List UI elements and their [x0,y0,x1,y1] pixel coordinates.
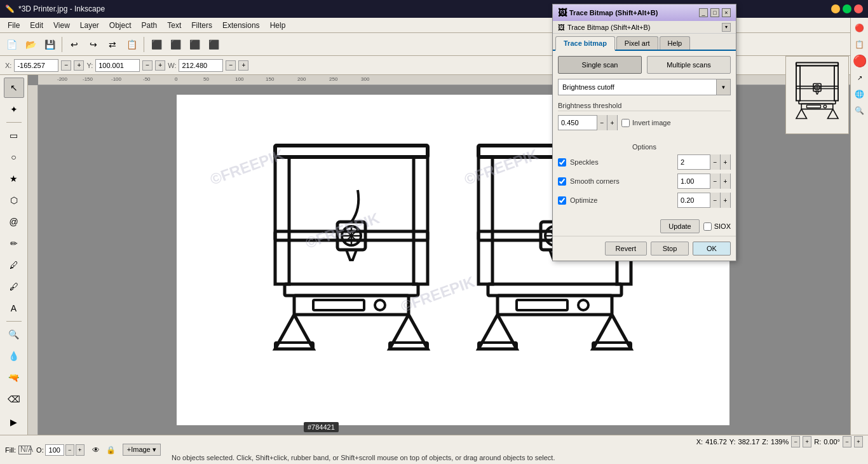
canvas-background[interactable]: ©FREEPIK ©FREEPIK ©FREEPIK ©FREEPIK [38,85,868,435]
revert-button[interactable]: Revert [605,242,647,256]
new-button[interactable]: 📄 [3,36,20,53]
fill-color-box[interactable]: N/A [18,446,31,454]
zoom-plus[interactable]: + [803,436,811,447]
undo-button[interactable]: ↩ [65,36,83,53]
node-tool[interactable]: ✦ [4,99,24,119]
star-tool[interactable]: ★ [4,168,24,189]
select-tool[interactable]: ↖ [4,78,24,98]
w-input[interactable] [179,59,223,72]
snap-icon[interactable]: 🔴 [852,20,867,36]
object-icon[interactable]: 📋 [852,37,867,52]
optimize-input[interactable] [678,196,710,204]
arrow-icon[interactable]: ↗ [852,70,867,85]
siox-checkbox[interactable] [703,222,712,231]
3d-box-tool[interactable]: ⬡ [4,190,24,210]
w-minus[interactable]: − [226,60,236,71]
menu-path[interactable]: Path [137,20,163,31]
menu-filters[interactable]: Filters [186,20,217,31]
menu-help[interactable]: Help [265,20,291,31]
brightness-input[interactable] [559,119,597,126]
multiple-scans-button[interactable]: Multiple scans [647,56,731,74]
pen-tool[interactable]: 🖊 [4,255,24,275]
align-tl[interactable]: ⬛ [147,36,165,53]
text-tool[interactable]: A [4,298,24,318]
smooth-plus[interactable]: + [720,174,730,189]
save-button[interactable]: 💾 [41,36,58,53]
speckles-minus[interactable]: − [710,154,720,170]
pencil-tool[interactable]: ✏ [4,233,24,254]
menu-file[interactable]: File [3,20,25,31]
close-button[interactable] [854,4,863,13]
eye-button[interactable]: 👁 [90,444,102,456]
paste-button[interactable]: 📋 [123,36,140,53]
single-scan-button[interactable]: Single scan [558,56,642,74]
x-minus[interactable]: − [61,60,71,71]
fill-icon[interactable]: 🔴 [852,53,867,69]
calligraphy-tool[interactable]: 🖋 [4,276,24,297]
dropper-tool[interactable]: 💧 [4,346,24,366]
align-tr[interactable]: ⬛ [186,36,203,53]
lock-button[interactable]: 🔒 [105,444,118,456]
optimize-minus[interactable]: − [710,193,720,208]
spiral-tool[interactable]: @ [4,212,24,232]
ok-button[interactable]: OK [693,242,731,256]
speckles-checkbox[interactable] [558,158,566,167]
x-plus[interactable]: + [74,60,84,71]
menu-layer[interactable]: Layer [75,20,104,31]
brightness-plus[interactable]: + [607,115,617,130]
speckles-plus[interactable]: + [720,154,730,170]
align-bl[interactable]: ⬛ [205,36,222,53]
smooth-minus[interactable]: − [710,174,720,189]
brightness-cutoff-dropdown[interactable]: Brightness cutoff ▼ [558,79,731,95]
x-input[interactable] [14,59,58,72]
menu-extensions[interactable]: Extensions [217,20,265,31]
brightness-minus[interactable]: − [597,115,607,130]
tab-pixel-art[interactable]: Pixel art [616,36,658,50]
optimize-checkbox[interactable] [558,196,566,205]
zoom-tool[interactable]: 🔍 [4,324,24,345]
speckles-input[interactable] [678,158,710,166]
y-plus[interactable]: + [155,60,165,71]
dropdown-arrow-icon[interactable]: ▼ [716,79,730,95]
open-button[interactable]: 📂 [22,36,39,53]
search-icon[interactable]: 🔍 [852,103,867,118]
opacity-input[interactable] [45,444,64,456]
smooth-corners-checkbox[interactable] [558,177,566,186]
menu-edit[interactable]: Edit [25,20,48,31]
copy-button[interactable]: ⇄ [104,36,121,53]
ellipse-tool[interactable]: ○ [4,147,24,167]
rotation-plus[interactable]: + [854,436,863,447]
y-input[interactable] [95,59,140,72]
dialog-minimize[interactable]: _ [699,8,708,17]
tab-help[interactable]: Help [660,36,691,50]
image-mode-button[interactable]: +Image ▾ [123,444,161,456]
menu-object[interactable]: Object [104,20,137,31]
smooth-corners-input[interactable] [678,177,710,185]
rect-tool[interactable]: ▭ [4,125,24,146]
dialog-subtitle-btn[interactable]: ▾ [722,23,731,32]
w-plus[interactable]: + [238,60,248,71]
globe-icon[interactable]: 🌐 [852,86,867,102]
menu-view[interactable]: View [48,20,75,31]
update-button[interactable]: Update [660,219,699,233]
opacity-plus[interactable]: + [76,444,85,456]
canvas-area[interactable]: -200 -150 -100 -50 0 50 100 150 200 250 … [28,75,868,435]
y-minus[interactable]: − [142,60,153,71]
rotation-minus[interactable]: − [843,436,851,447]
menu-text[interactable]: Text [162,20,186,31]
stop-button[interactable]: Stop [651,242,689,256]
maximize-button[interactable] [843,4,851,13]
redo-button[interactable]: ↪ [85,36,102,53]
dialog-maximize[interactable]: □ [710,8,719,17]
zoom-minus[interactable]: − [791,436,800,447]
optimize-plus[interactable]: + [720,193,730,208]
align-tc[interactable]: ⬛ [166,36,184,53]
minimize-button[interactable] [831,4,840,13]
invert-checkbox[interactable] [621,119,630,127]
expand-tool[interactable]: ▶ [4,412,24,432]
eraser-tool[interactable]: ⌫ [4,389,24,409]
spray-tool[interactable]: 🔫 [4,367,24,388]
opacity-minus[interactable]: − [65,444,74,456]
tab-trace-bitmap[interactable]: Trace bitmap [555,36,615,51]
dialog-close[interactable]: × [722,8,731,17]
